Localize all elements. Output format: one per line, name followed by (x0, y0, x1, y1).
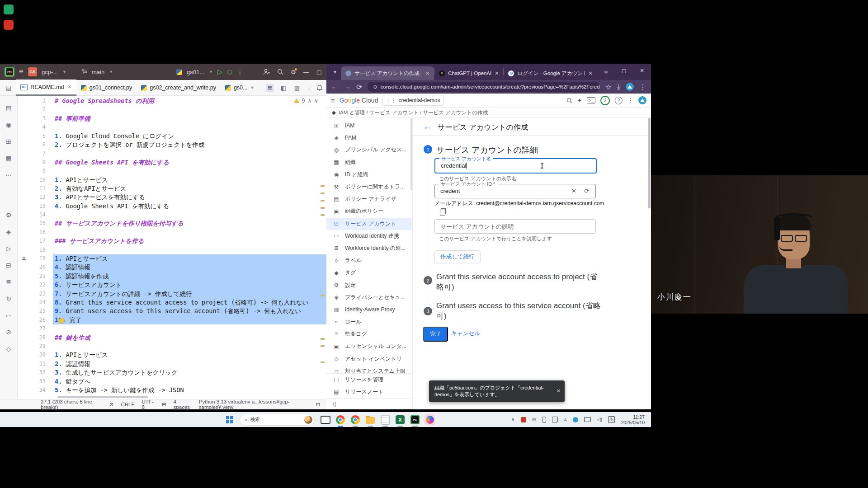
description-field[interactable]: サービス アカウントの説明 (434, 219, 596, 234)
sidebar-item[interactable]: ⚙設定 (326, 279, 412, 291)
tray-blocked-icon[interactable]: ⊘ (532, 417, 536, 422)
sidebar-item[interactable]: ◇アセット インベントリ (326, 353, 412, 365)
project-tool-icon[interactable]: ▤ (5, 84, 11, 91)
editor-line[interactable]: 9 (18, 167, 326, 175)
commit-icon[interactable]: ◉ (0, 116, 17, 133)
maximize-button[interactable]: ▢ (316, 69, 322, 75)
editor-line[interactable]: 204. 認証情報 (18, 263, 326, 272)
editor-line[interactable]: 123. APIとサービスを有効にする (18, 193, 326, 202)
editor-line[interactable]: 14 (18, 211, 326, 219)
editor-line[interactable]: 8## Google Sheets API を有効にする (18, 158, 326, 167)
sidebar-item[interactable]: ◈PAM (326, 131, 412, 144)
browser-tab[interactable]: サービス アカウントの作成 – IAM と✕ (341, 66, 434, 80)
sidebar-item[interactable]: ▣エッセンシャル コンタ... (326, 340, 412, 352)
google-cloud-logo[interactable]: Google Cloud (340, 97, 378, 104)
taskbar-search[interactable]: ⌕ 検索 (240, 414, 315, 426)
intention-bulb-icon[interactable] (59, 318, 65, 324)
notifications-bell-icon[interactable] (316, 84, 323, 91)
editor-line[interactable]: 301. APIとサービス (18, 351, 326, 359)
browser-tab[interactable]: Gログイン - Google アカウント✕ (504, 66, 597, 80)
line-separator[interactable]: CRLF (121, 402, 134, 407)
breadcrumb-text[interactable]: IAM と管理 / サービス アカウント / サービス アカウントの作成 (339, 109, 488, 116)
editor-tab[interactable]: gs01_connect.py (76, 80, 137, 95)
editor-line[interactable]: 15## サービスアカウントを作り権限を付与する (18, 219, 326, 228)
cloud-shell-icon[interactable]: >_ (587, 97, 595, 103)
editor-line[interactable]: 248. Grant this service account access t… (18, 298, 326, 307)
notifications-badge[interactable]: 2 (600, 96, 610, 105)
desktop-icon-red[interactable] (4, 20, 14, 30)
run-config-selector[interactable]: gs01... (187, 69, 204, 75)
editor-line[interactable]: 4 (18, 123, 326, 131)
project-picker[interactable]: ⋮⋮ credential-demos (382, 95, 444, 106)
prev-problem-icon[interactable]: ∧ (307, 98, 311, 104)
sidebar-item[interactable]: ⚒ポリシーに関するトラ... (326, 181, 412, 193)
editor-line[interactable]: 28## 鍵を生成 (18, 333, 326, 342)
editor-tab[interactable]: gs0...▼ (221, 80, 259, 95)
back-arrow-icon[interactable]: ← (423, 122, 431, 131)
taskbar-chrome-2[interactable] (350, 414, 361, 425)
layout-list-icon[interactable]: ≣ (266, 84, 274, 92)
ime-mode-indicator[interactable]: A (564, 417, 567, 422)
sidebar-item[interactable]: ◈プライバシーとセキュ... (326, 291, 412, 304)
editor-line[interactable]: 29 (18, 342, 326, 351)
sidebar-item[interactable]: ◆タグ (326, 267, 412, 279)
editor-tab[interactable]: gs02_create_and_write.py (137, 80, 221, 95)
maximize-button[interactable]: ▢ (615, 68, 633, 74)
python-interpreter[interactable]: Python 3.13 virtualenv a...lessons¥gcp-s… (199, 399, 309, 410)
sidebar-item[interactable]: ▢リソースを管理 (326, 374, 412, 386)
service-account-id-field[interactable]: サービス アカウント ID * credent ✕ ⟳ (434, 184, 596, 198)
copy-icon[interactable] (440, 210, 445, 216)
editor-line[interactable]: 62. プロジェクトを選択 or 新規プロジェクトを作成 (18, 141, 326, 149)
sidebar-item[interactable]: ▣組織のポリシー (326, 205, 412, 217)
regenerate-icon[interactable]: ⟳ (584, 188, 589, 194)
taskbar-excel[interactable]: X (395, 414, 406, 425)
grammar-icon[interactable]: ⊘ (109, 401, 114, 408)
reload-icon[interactable]: ⟳ (356, 83, 362, 91)
sidebar-item[interactable]: ≣監査ログ (326, 328, 412, 340)
editor-line[interactable]: 18 (18, 246, 326, 254)
search-icon[interactable] (566, 98, 572, 103)
sidebar-scrollbar[interactable] (410, 118, 412, 190)
database-icon[interactable]: ≣ (0, 273, 17, 290)
editor-line[interactable]: 17### サービスアカウントを作る (18, 237, 326, 245)
editor[interactable]: 1# Google Spreadsheets の利用23## 事前準備451. … (18, 96, 326, 399)
editor-line[interactable]: 2 (18, 105, 326, 114)
sidebar-item[interactable]: ≈ロール (326, 316, 412, 328)
sidebar-item[interactable]: ◍プリンシパル アクセス... (326, 144, 412, 156)
content-scrollbar[interactable] (648, 118, 651, 208)
git-branch-selector[interactable]: main (92, 69, 104, 75)
forward-icon[interactable]: → (344, 83, 351, 91)
editor-line[interactable]: 191. APIとサービス (18, 254, 326, 263)
search-tabs-icon[interactable]: ▼ (329, 70, 341, 75)
editor-tab[interactable]: M↓README.md✕ (16, 80, 76, 96)
tray-app-icon[interactable] (521, 417, 526, 422)
start-button[interactable] (226, 416, 233, 423)
editor-line[interactable]: 334. 鍵タブへ (18, 377, 326, 386)
split-editor-icon[interactable]: ◧ (278, 84, 288, 92)
more-tools-icon[interactable]: ⋯ (0, 166, 17, 183)
widgets-weather-icon[interactable] (304, 416, 312, 424)
editor-line[interactable]: 215. 認証情報を作成 (18, 272, 326, 281)
search-icon[interactable] (277, 69, 283, 75)
tray-expand-icon[interactable]: ∧ (511, 417, 514, 422)
editor-line[interactable]: 259. Grant users access to this service … (18, 307, 326, 315)
sidebar-item[interactable]: ⊡サービス アカウント (326, 218, 412, 230)
create-and-continue-button[interactable]: 作成して続行 (434, 250, 481, 263)
taskbar-file-explorer[interactable] (365, 414, 376, 425)
next-problem-icon[interactable]: ∨ (314, 98, 318, 104)
settings-icon[interactable]: ⚙ (291, 69, 296, 75)
desktop-icon-green[interactable] (4, 5, 14, 14)
settings-icon[interactable]: ⚙ (0, 206, 17, 223)
profile-avatar[interactable] (626, 83, 634, 91)
sidebar-item[interactable]: ⊞IAM (326, 119, 412, 131)
taskbar-chrome[interactable] (335, 414, 346, 425)
editor-line[interactable]: 101. APIとサービス (18, 176, 326, 184)
sidebar-item[interactable]: ≣Workforce Identity の連... (326, 242, 412, 254)
read-lock-icon[interactable]: ⊡ (316, 401, 320, 408)
toast-close-icon[interactable]: ✕ (557, 388, 561, 394)
console-menu-icon[interactable]: ⋮ (627, 97, 633, 104)
editor-line[interactable]: 345. キーを追加 -> 新しい鍵を作成 -> JSON (18, 386, 326, 394)
taskbar-pycharm[interactable]: PC (410, 414, 420, 425)
python-packages-icon[interactable]: ⊟ (0, 257, 17, 273)
sidebar-item[interactable]: ◊ラベル (326, 254, 412, 267)
